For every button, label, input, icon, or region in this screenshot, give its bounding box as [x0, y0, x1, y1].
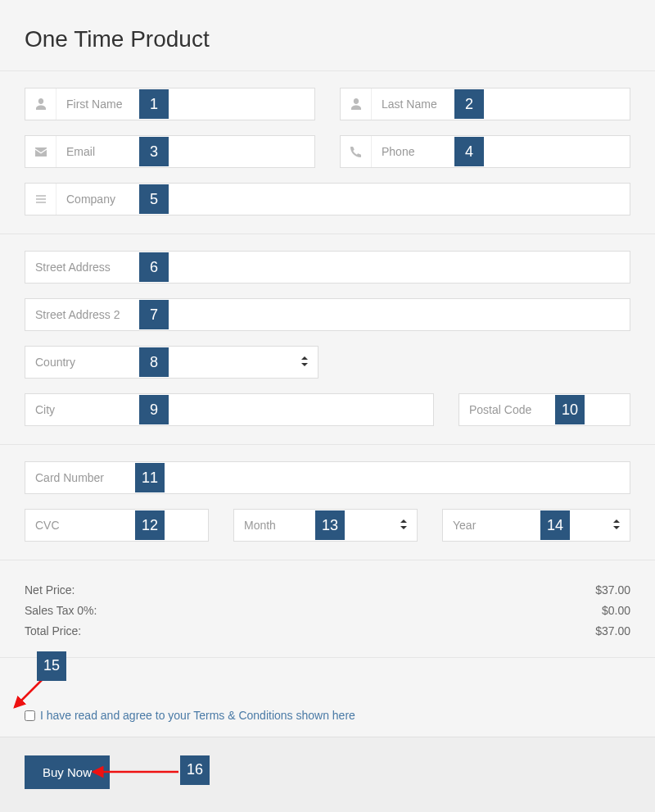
badge-11: 11	[135, 463, 165, 492]
country-select[interactable]: Country	[25, 346, 318, 379]
address-section: 6 7 Country 8 9 10	[0, 234, 655, 444]
phone-icon	[341, 136, 372, 167]
badge-12: 12	[135, 510, 165, 540]
last-name-input[interactable]	[372, 88, 630, 120]
city-input[interactable]	[25, 394, 433, 425]
badge-5: 5	[139, 184, 169, 214]
email-input[interactable]	[56, 136, 314, 167]
tax-value: $0.00	[602, 601, 630, 621]
price-summary: Net Price:$37.00 Sales Tax 0%:$0.00 Tota…	[0, 560, 655, 657]
envelope-icon	[25, 136, 56, 167]
email-field[interactable]	[25, 135, 315, 168]
person-icon	[25, 88, 56, 120]
badge-3: 3	[139, 137, 169, 166]
buy-now-button[interactable]: Buy Now	[25, 755, 110, 789]
badge-1: 1	[139, 89, 169, 119]
list-icon	[25, 184, 56, 215]
country-label: Country	[35, 356, 75, 369]
phone-field[interactable]	[340, 135, 630, 168]
person-icon	[341, 88, 372, 120]
year-select[interactable]: Year	[442, 509, 630, 542]
first-name-input[interactable]	[56, 88, 314, 120]
cvc-field[interactable]	[25, 509, 209, 542]
contact-section: 1 2 3 4	[0, 71, 655, 234]
postal-field[interactable]	[458, 393, 630, 426]
badge-9: 9	[139, 395, 169, 424]
street1-field[interactable]	[25, 251, 630, 284]
year-label: Year	[453, 519, 476, 532]
badge-2: 2	[454, 89, 484, 119]
terms-checkbox[interactable]	[25, 710, 35, 721]
net-price-label: Net Price:	[25, 580, 75, 601]
badge-15: 15	[37, 651, 66, 681]
terms-row: 15 I have read and agree to your Terms &…	[0, 658, 655, 737]
svg-line-0	[15, 679, 43, 707]
card-input[interactable]	[25, 462, 630, 493]
chevron-updown-icon	[400, 519, 407, 532]
badge-10: 10	[555, 395, 585, 424]
month-label: Month	[244, 519, 276, 532]
total-value: $37.00	[595, 621, 630, 642]
badge-8: 8	[139, 347, 169, 377]
card-field[interactable]	[25, 461, 630, 494]
company-field[interactable]	[25, 183, 630, 215]
badge-16: 16	[180, 755, 210, 785]
badge-13: 13	[315, 510, 345, 540]
badge-4: 4	[454, 137, 484, 166]
street2-field[interactable]	[25, 298, 630, 331]
chevron-updown-icon	[613, 519, 620, 532]
payment-section: 11 12 Month 13 Year 14	[0, 445, 655, 560]
net-price-value: $37.00	[595, 580, 630, 601]
submit-area: Buy Now 16	[0, 737, 655, 812]
street2-input[interactable]	[25, 299, 630, 330]
badge-7: 7	[139, 300, 169, 329]
phone-input[interactable]	[372, 136, 630, 167]
first-name-field[interactable]	[25, 88, 315, 120]
cvc-input[interactable]	[25, 510, 208, 541]
badge-6: 6	[139, 252, 169, 282]
terms-text: I have read and agree to your Terms & Co…	[40, 709, 355, 722]
chevron-updown-icon	[301, 356, 308, 369]
street1-input[interactable]	[25, 252, 630, 283]
total-label: Total Price:	[25, 621, 81, 642]
tax-label: Sales Tax 0%:	[25, 601, 97, 621]
page-title: One Time Product	[0, 0, 655, 70]
postal-input[interactable]	[459, 394, 630, 425]
city-field[interactable]	[25, 393, 434, 426]
last-name-field[interactable]	[340, 88, 630, 120]
badge-14: 14	[540, 510, 570, 540]
